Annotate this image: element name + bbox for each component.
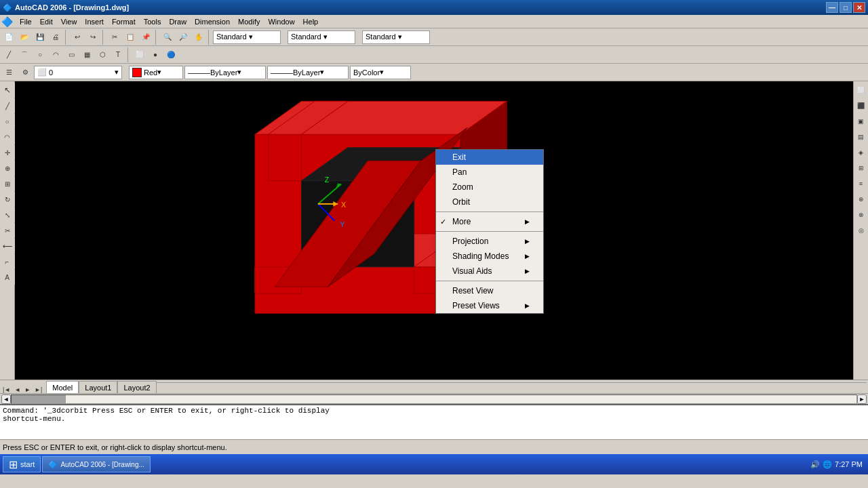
tb-layers[interactable]: ☰ [1,65,16,80]
rt-btn10[interactable]: ◎ [854,223,869,238]
menu-edit[interactable]: Edit [36,17,57,26]
linetype-dropdown2[interactable]: ——— ByLayer ▾ [267,66,349,79]
linecolor-dropdown[interactable]: ByColor ▾ [350,66,411,79]
lt-fillet[interactable]: ⌐ [0,254,15,269]
maximize-button[interactable]: □ [840,2,852,13]
tb-arc[interactable]: ◠ [48,47,63,62]
close-button[interactable]: ✕ [853,2,865,13]
tab-layout2[interactable]: Layout2 [117,381,156,393]
lt-trim[interactable]: ✂ [0,223,15,238]
rt-btn8[interactable]: ⊕ [854,192,869,207]
lt-move[interactable]: ⊕ [0,161,15,176]
hscroll-thumb[interactable] [12,395,66,403]
menu-window[interactable]: Window [264,17,298,26]
lt-snap[interactable]: ✛ [0,145,15,160]
tb-polyline[interactable]: ⌒ [17,47,32,62]
hscroll-right[interactable]: ► [857,394,867,404]
lt-select[interactable]: ↖ [0,83,15,98]
tb-pan[interactable]: ✋ [191,30,206,45]
menu-format[interactable]: Format [108,17,140,26]
color-dropdown[interactable]: Red ▾ [129,66,183,79]
cmd-input[interactable] [3,424,859,432]
menu-file[interactable]: File [16,17,36,26]
tab-nav-prev[interactable]: ◄ [13,386,22,393]
lt-copy2[interactable]: ⊞ [0,176,15,191]
hscroll-track[interactable] [11,394,857,404]
ctx-pan[interactable]: Pan [436,165,543,180]
tb-3dbox[interactable]: ⬜ [132,47,147,62]
tb-paste[interactable]: 📌 [138,30,153,45]
tb-line[interactable]: ╱ [1,47,16,62]
tb-copy[interactable]: 📋 [123,30,138,45]
rt-btn5[interactable]: ◈ [854,145,869,160]
cmd-input-line[interactable] [3,424,865,432]
lt-extend[interactable]: ⟵ [0,239,15,253]
tab-model[interactable]: Model [46,381,79,393]
ctx-zoom[interactable]: Zoom [436,180,543,195]
menu-tools[interactable]: Tools [140,17,165,26]
tb-new[interactable]: 📄 [1,30,16,45]
lt-arc2[interactable]: ◠ [0,129,15,144]
rt-btn6[interactable]: ⊞ [854,161,869,176]
tab-layout1[interactable]: Layout1 [79,381,117,393]
tb-undo[interactable]: ↩ [70,30,85,45]
tb-sphere[interactable]: ● [148,47,163,62]
tb-circle[interactable]: ○ [33,47,47,62]
menu-dimension[interactable]: Dimension [191,17,234,26]
minimize-button[interactable]: — [826,2,838,13]
menu-modify[interactable]: Modify [234,17,264,26]
rt-btn4[interactable]: ▤ [854,129,869,144]
dropdown-layer[interactable]: Standard ▾ [288,30,355,44]
lt-line2[interactable]: ╱ [0,98,15,113]
tab-nav-next[interactable]: ► [23,386,32,393]
lt-rotate[interactable]: ↻ [0,192,15,207]
tb-text[interactable]: T [111,47,125,62]
tb-hatch[interactable]: ▦ [79,47,94,62]
tab-nav-last[interactable]: ►| [33,386,43,393]
hscroll-left[interactable]: ◄ [1,394,11,404]
tray-icon1[interactable]: 🔊 [810,460,820,469]
ctx-exit[interactable]: Exit [436,150,543,165]
layer-dropdown[interactable]: ⬜ 0 ▾ [34,66,122,79]
tb-save[interactable]: 💾 [33,30,47,45]
lt-circle2[interactable]: ○ [0,114,15,129]
ctx-shading[interactable]: Shading Modes ▶ [436,249,543,264]
dropdown-workspaces[interactable]: Standard ▾ [213,30,281,44]
sep4 [208,30,211,45]
menu-draw[interactable]: Draw [165,17,191,26]
menu-view[interactable]: View [57,17,81,26]
tb-redo[interactable]: ↪ [85,30,100,45]
tb-layer-props[interactable]: ⚙ [18,65,33,80]
ctx-preset-views[interactable]: Preset Views ▶ [436,298,543,313]
ctx-reset-view[interactable]: Reset View [436,283,543,298]
lt-scale[interactable]: ⤡ [0,207,15,222]
tb-zoom-prev[interactable]: 🔎 [176,30,191,45]
3d-shape-svg: Z Y X [15,81,853,380]
canvas-area[interactable]: Z Y X Exit Pan Zoom Orbit More ▶ [15,81,853,380]
dropdown-scale[interactable]: Standard ▾ [362,30,430,44]
lt-text2[interactable]: A [0,270,15,285]
start-button[interactable]: ⊞ start [3,456,41,472]
ctx-visual-aids[interactable]: Visual Aids ▶ [436,264,543,279]
rt-btn2[interactable]: ⬛ [854,98,869,113]
rt-btn9[interactable]: ⊗ [854,207,869,222]
taskbar-autocad[interactable]: 🔷 AutoCAD 2006 - [Drawing... [42,456,150,472]
tray-icon2[interactable]: 🌐 [823,460,832,469]
tb-rect[interactable]: ▭ [64,47,79,62]
tb-print[interactable]: 🖨 [48,30,63,45]
menu-help[interactable]: Help [299,17,323,26]
rt-btn7[interactable]: ≡ [854,176,869,191]
rt-btn3[interactable]: ▣ [854,114,869,129]
ctx-projection[interactable]: Projection ▶ [436,234,543,249]
tb-open[interactable]: 📂 [17,30,32,45]
tb-region[interactable]: ⬡ [95,47,110,62]
tb-cylinder[interactable]: 🔵 [163,47,178,62]
menu-insert[interactable]: Insert [81,17,108,26]
linetype-dropdown1[interactable]: ——— ByLayer ▾ [184,66,266,79]
tb-zoom-win[interactable]: 🔍 [160,30,175,45]
tb-cut[interactable]: ✂ [107,30,122,45]
rt-btn1[interactable]: ⬜ [854,83,869,98]
ctx-orbit[interactable]: Orbit [436,195,543,209]
tab-nav-first[interactable]: |◄ [1,386,12,393]
ctx-more[interactable]: More ▶ [436,214,543,229]
